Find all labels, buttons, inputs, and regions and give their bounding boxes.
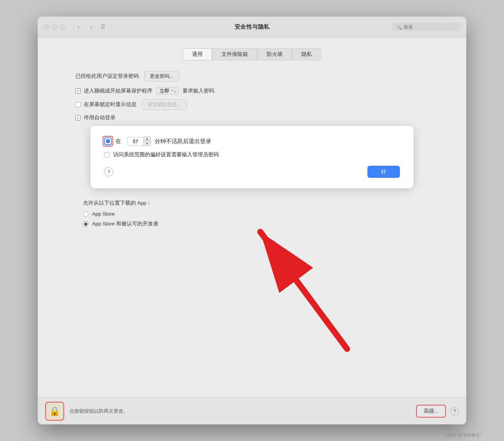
bottom-right-controls: 高级... ? (416, 405, 459, 418)
disable-login-row: 停用自动登录 (75, 114, 429, 121)
sleep-checkbox[interactable] (75, 88, 81, 94)
nav-buttons: ‹ › (73, 23, 97, 31)
advanced-button[interactable]: 高级... (416, 405, 446, 418)
sleep-select[interactable]: 立即 (156, 87, 179, 95)
forward-button[interactable]: › (86, 23, 97, 31)
maximize-button[interactable] (60, 25, 66, 30)
dialog-sheet: 在 57 ▲ ▼ 分钟不活跃后退出登录 访问系统范围的偏好设置需要输入管理员密码… (91, 126, 413, 188)
sleep-suffix: 要求输入密码 (183, 88, 214, 94)
lock-label: 点按锁按钮以防再次更改。 (69, 408, 128, 415)
titlebar: ‹ › ⠿ 安全性与隐私 🔍 (38, 17, 466, 38)
lock-screen-checkbox[interactable] (75, 102, 81, 107)
radio-appstore-dev[interactable] (83, 221, 88, 227)
radio-row-appstore: App Store (83, 211, 429, 217)
dialog-admin-label: 访问系统范围的偏好设置需要输入管理员密码 (113, 151, 219, 158)
tabs-row: 通用 文件保险箱 防火墙 隐私 (38, 48, 466, 60)
dialog-help-button[interactable]: ? (104, 167, 113, 176)
disable-login-checkbox[interactable] (75, 115, 81, 120)
download-label: 允许从以下位置下载的 App： (83, 200, 429, 207)
sleep-row: 进入睡眠或开始屏幕保护程序 立即 ⌃⌄ 要求输入密码 (75, 87, 429, 95)
svg-line-1 (260, 232, 347, 349)
dialog-spinner: 57 ▲ ▼ (127, 136, 151, 146)
tab-firewall[interactable]: 防火墙 (257, 48, 292, 60)
traffic-lights (44, 25, 66, 30)
dialog-checkbox-highlight (103, 136, 113, 146)
tab-filevault[interactable]: 文件保险箱 (212, 48, 257, 60)
tab-privacy[interactable]: 隐私 (292, 48, 321, 60)
radio-appstore-dev-label: App Store 和被认可的开发者 (92, 220, 158, 227)
dialog-suffix: 分钟不活跃后退出登录 (155, 138, 211, 145)
help-button[interactable]: ? (450, 407, 459, 415)
dialog-footer: ? 好 (104, 166, 400, 178)
lock-screen-label: 在屏幕锁定时显示信息 (84, 101, 137, 108)
spinner-down-button[interactable]: ▼ (144, 141, 151, 146)
password-row: 已经给此用户设定登录密码 更改密码... (75, 71, 429, 82)
content-area: 已经给此用户设定登录密码 更改密码... 进入睡眠或开始屏幕保护程序 立即 ⌃⌄… (38, 71, 466, 227)
search-icon: 🔍 (396, 25, 402, 30)
watermark: CSDN @*屈风散尘* (444, 432, 481, 438)
minimize-button[interactable] (52, 25, 57, 30)
password-label: 已经给此用户设定登录密码 (75, 73, 139, 80)
spinner-up-button[interactable]: ▲ (144, 137, 151, 141)
sleep-label: 进入睡眠或开始屏幕保护程序 (84, 88, 152, 94)
radio-appstore-label: App Store (92, 211, 115, 217)
search-bar: 🔍 (392, 23, 460, 31)
spinner-arrows: ▲ ▼ (144, 136, 151, 146)
disable-login-label: 停用自动登录 (84, 114, 115, 121)
dialog-checkbox-wrap (104, 137, 112, 145)
dialog-prefix: 在 (115, 138, 121, 145)
lock-button[interactable]: 🔒 (45, 402, 64, 421)
lock-screen-row: 在屏幕锁定时显示信息 设定锁定信息... (75, 99, 429, 110)
main-window: ‹ › ⠿ 安全性与隐私 🔍 通用 文件保险箱 防火墙 隐私 已经给此用户设定登… (38, 17, 466, 424)
window-title: 安全性与隐私 (235, 23, 270, 31)
radio-row-appstore-dev: App Store 和被认可的开发者 (83, 220, 429, 227)
dialog-ok-button[interactable]: 好 (367, 166, 400, 178)
radio-appstore[interactable] (83, 211, 88, 217)
set-lock-info-button[interactable]: 设定锁定信息... (142, 99, 187, 110)
tab-general[interactable]: 通用 (183, 48, 212, 60)
dialog-admin-checkbox[interactable] (104, 152, 109, 157)
dialog-main-row: 在 57 ▲ ▼ 分钟不活跃后退出登录 (104, 136, 400, 146)
spinner-input[interactable]: 57 (127, 137, 144, 146)
dialog-admin-row: 访问系统范围的偏好设置需要输入管理员密码 (104, 151, 400, 158)
close-button[interactable] (44, 25, 49, 30)
back-button[interactable]: ‹ (73, 23, 84, 31)
bottom-bar: 🔒 点按锁按钮以防再次更改。 高级... ? (38, 397, 466, 424)
grid-icon: ⠿ (100, 23, 105, 31)
download-section: 允许从以下位置下载的 App： App Store App Store 和被认可… (75, 200, 429, 227)
search-input[interactable] (403, 24, 456, 30)
change-password-button[interactable]: 更改密码... (144, 71, 179, 82)
